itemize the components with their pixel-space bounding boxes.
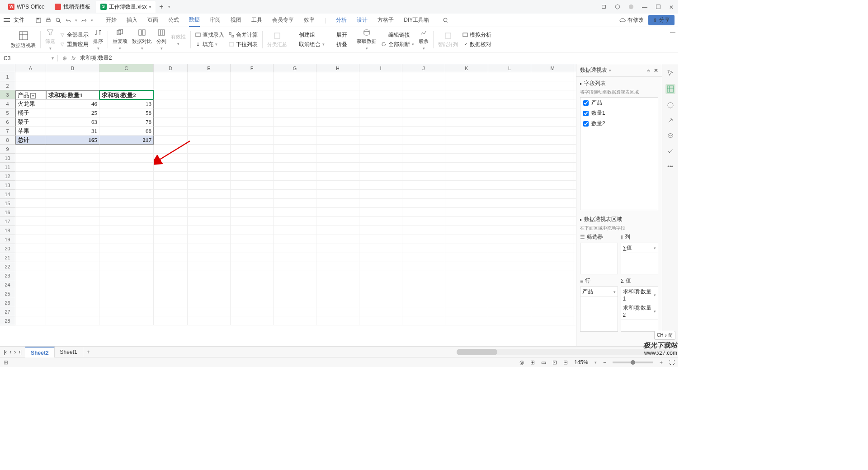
cell-J25[interactable] <box>402 289 445 298</box>
cell-F4[interactable] <box>231 99 274 108</box>
rail-check-icon[interactable] <box>666 147 675 155</box>
cell-M6[interactable] <box>531 118 574 127</box>
cell-H20[interactable] <box>316 244 359 253</box>
cell-C6[interactable]: 78 <box>99 118 154 127</box>
cell-G18[interactable] <box>274 226 316 235</box>
cell-C10[interactable] <box>99 154 154 163</box>
cell-C21[interactable] <box>99 253 154 262</box>
cell-M12[interactable] <box>531 172 574 181</box>
cell-L5[interactable] <box>488 108 531 118</box>
cell-I14[interactable] <box>359 190 402 199</box>
cell-M28[interactable] <box>531 316 574 325</box>
cell-L20[interactable] <box>488 244 531 253</box>
row-header-1[interactable]: 1 <box>0 72 15 81</box>
cell-K27[interactable] <box>445 307 488 316</box>
spreadsheet-grid[interactable]: ABCDEFGHIJKLMN 1234567891011121314151617… <box>0 64 576 346</box>
cell-M20[interactable] <box>531 244 574 253</box>
cell-M18[interactable] <box>531 226 574 235</box>
cell-B10[interactable] <box>46 154 99 163</box>
app-tab-template[interactable]: 找稻壳模板 <box>50 1 95 13</box>
duplicates-button[interactable]: 重复项▾ <box>113 28 127 51</box>
cell-H12[interactable] <box>316 172 359 181</box>
cell-E14[interactable] <box>188 190 231 199</box>
cell-H14[interactable] <box>316 190 359 199</box>
cell-B7[interactable]: 31 <box>46 127 99 136</box>
cell-I3[interactable] <box>359 90 402 99</box>
cell-M5[interactable] <box>531 108 574 118</box>
cell-L25[interactable] <box>488 289 531 298</box>
cell-L14[interactable] <box>488 190 531 199</box>
cell-H15[interactable] <box>316 199 359 208</box>
cell-D3[interactable] <box>154 90 188 99</box>
cell-E12[interactable] <box>188 172 231 181</box>
view-normal-icon[interactable]: ▭ <box>541 359 546 366</box>
cell-K4[interactable] <box>445 99 488 108</box>
cell-E25[interactable] <box>188 289 231 298</box>
consolidate-button[interactable]: 合并计算 <box>229 31 258 39</box>
cell-M25[interactable] <box>531 289 574 298</box>
cell-L27[interactable] <box>488 307 531 316</box>
sheet-tab-2[interactable]: Sheet2 <box>25 347 54 357</box>
cell-C18[interactable] <box>99 226 154 235</box>
cell-L4[interactable] <box>488 99 531 108</box>
cell-J24[interactable] <box>402 280 445 289</box>
select-all-corner[interactable] <box>0 64 15 72</box>
cell-G19[interactable] <box>274 235 316 244</box>
cell-B11[interactable] <box>46 163 99 172</box>
cell-L26[interactable] <box>488 298 531 307</box>
cell-M14[interactable] <box>531 190 574 199</box>
cell-G5[interactable] <box>274 108 316 118</box>
cell-F10[interactable] <box>231 154 274 163</box>
cell-H25[interactable] <box>316 289 359 298</box>
cell-B23[interactable] <box>46 271 99 280</box>
cell-N22[interactable] <box>574 262 576 271</box>
cell-J2[interactable] <box>402 81 445 90</box>
cell-D13[interactable] <box>154 181 188 190</box>
cell-J14[interactable] <box>402 190 445 199</box>
cell-L21[interactable] <box>488 253 531 262</box>
cell-B1[interactable] <box>46 72 99 81</box>
row-header-27[interactable]: 27 <box>0 307 15 316</box>
cell-C27[interactable] <box>99 307 154 316</box>
cell-F19[interactable] <box>231 235 274 244</box>
cell-M1[interactable] <box>531 72 574 81</box>
row-header-6[interactable]: 6 <box>0 118 15 127</box>
cell-B2[interactable] <box>46 81 99 90</box>
cell-K2[interactable] <box>445 81 488 90</box>
view-eye-icon[interactable]: ◎ <box>519 359 524 366</box>
cell-N23[interactable] <box>574 271 576 280</box>
cell-C12[interactable] <box>99 172 154 181</box>
rail-more-icon[interactable]: ••• <box>666 163 675 171</box>
cell-C24[interactable] <box>99 280 154 289</box>
view-read-icon[interactable]: ⊟ <box>563 359 568 366</box>
field-product[interactable]: 产品 <box>580 98 658 108</box>
tab-insert[interactable]: 插入 <box>127 16 137 24</box>
cell-E23[interactable] <box>188 271 231 280</box>
cell-A27[interactable] <box>15 307 46 316</box>
cell-J28[interactable] <box>402 316 445 325</box>
cell-B28[interactable] <box>46 316 99 325</box>
cell-E6[interactable] <box>188 118 231 127</box>
cell-K16[interactable] <box>445 208 488 217</box>
cell-M17[interactable] <box>531 217 574 226</box>
cell-K9[interactable] <box>445 145 488 154</box>
cell-H2[interactable] <box>316 81 359 90</box>
tab-view[interactable]: 视图 <box>231 16 241 24</box>
cell-I10[interactable] <box>359 154 402 163</box>
cell-N2[interactable] <box>574 81 576 90</box>
cell-H7[interactable] <box>316 127 359 136</box>
cell-L19[interactable] <box>488 235 531 244</box>
cell-F13[interactable] <box>231 181 274 190</box>
redo-icon[interactable] <box>81 17 87 24</box>
cell-G13[interactable] <box>274 181 316 190</box>
cell-D24[interactable] <box>154 280 188 289</box>
cell-E13[interactable] <box>188 181 231 190</box>
cell-F9[interactable] <box>231 145 274 154</box>
row-header-25[interactable]: 25 <box>0 289 15 298</box>
cell-I4[interactable] <box>359 99 402 108</box>
rail-style-icon[interactable] <box>666 101 675 109</box>
save-icon[interactable] <box>35 17 42 24</box>
cell-E15[interactable] <box>188 199 231 208</box>
cell-B24[interactable] <box>46 280 99 289</box>
cell-F7[interactable] <box>231 127 274 136</box>
